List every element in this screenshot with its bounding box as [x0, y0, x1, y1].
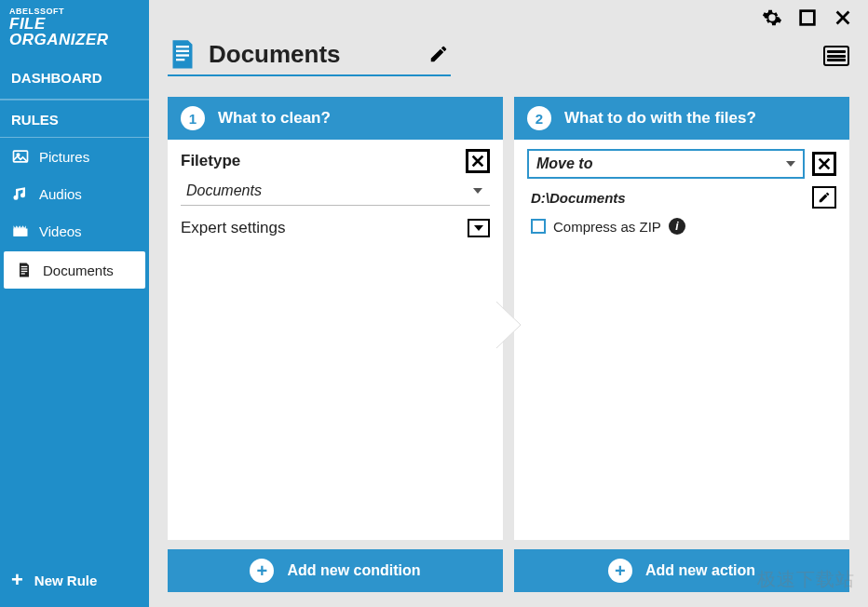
svg-rect-6: [21, 273, 25, 274]
chevron-down-icon: [473, 188, 482, 194]
menu-icon[interactable]: [823, 46, 849, 66]
sidebar-item-pictures[interactable]: Pictures: [0, 138, 149, 175]
step-number: 1: [181, 106, 205, 130]
svg-rect-10: [176, 54, 189, 56]
edit-path-button[interactable]: [812, 186, 836, 209]
bottom-buttons: + Add new condition + Add new action: [149, 540, 868, 607]
filetype-select[interactable]: Documents: [181, 179, 490, 206]
new-rule-button[interactable]: + New Rule: [0, 553, 149, 607]
filetype-value: Documents: [186, 182, 262, 199]
chevron-down-icon: [786, 161, 795, 167]
brand-name: FILE ORGANIZER: [9, 16, 140, 47]
compress-zip-checkbox[interactable]: [531, 219, 546, 234]
title-block: Documents: [168, 35, 451, 76]
sidebar-item-label: Videos: [39, 223, 82, 239]
panels: 1 What to clean? Filetype Documents: [149, 88, 868, 540]
add-condition-label: Add new condition: [287, 562, 420, 579]
sidebar-item-videos[interactable]: Videos: [0, 212, 149, 250]
svg-rect-9: [176, 50, 189, 52]
panel-conditions-head: 1 What to clean?: [168, 97, 503, 140]
maximize-icon[interactable]: [797, 7, 818, 28]
remove-condition-button[interactable]: [466, 149, 490, 173]
panel-heading: What to clean?: [218, 109, 331, 128]
document-icon: [15, 261, 34, 279]
new-rule-label: New Rule: [34, 573, 98, 588]
filetype-label: Filetype: [181, 152, 240, 170]
add-action-button[interactable]: + Add new action: [514, 549, 849, 592]
nav-dashboard[interactable]: DASHBOARD: [0, 57, 149, 100]
panel-heading: What to do with the files?: [564, 109, 756, 128]
panel-actions-head: 2 What to do with the files?: [514, 97, 849, 140]
video-icon: [11, 222, 30, 240]
svg-rect-3: [21, 266, 28, 267]
sidebar-item-audios[interactable]: Audios: [0, 175, 149, 212]
main: Documents 1 What to clean? Filetype: [149, 0, 868, 607]
sidebar: ABELSSOFT FILE ORGANIZER DASHBOARD RULES…: [0, 0, 149, 607]
svg-rect-5: [21, 271, 28, 272]
expert-settings-toggle[interactable]: Expert settings: [181, 219, 490, 237]
plus-circle-icon: +: [608, 559, 632, 583]
panel-conditions: 1 What to clean? Filetype Documents: [168, 97, 503, 540]
close-icon[interactable]: [833, 7, 853, 28]
sidebar-item-label: Pictures: [39, 149, 89, 165]
svg-rect-2: [14, 229, 28, 236]
destination-path: D:\Documents: [527, 190, 626, 206]
page-title: Documents: [209, 40, 341, 69]
svg-rect-11: [176, 59, 184, 61]
step-number: 2: [527, 106, 551, 130]
svg-rect-4: [21, 268, 28, 269]
remove-action-button[interactable]: [812, 152, 836, 176]
plus-icon: +: [11, 568, 23, 592]
nav-rules-header: RULES: [0, 100, 149, 138]
add-condition-button[interactable]: + Add new condition: [168, 549, 503, 592]
action-value: Move to: [536, 155, 592, 172]
rule-list: Pictures Audios Videos Documents: [0, 138, 149, 290]
sidebar-item-documents[interactable]: Documents: [4, 251, 145, 289]
sidebar-item-label: Documents: [43, 263, 114, 278]
add-action-label: Add new action: [645, 562, 755, 579]
brand: ABELSSOFT FILE ORGANIZER: [0, 0, 149, 57]
action-select[interactable]: Move to: [527, 149, 805, 179]
edit-title-icon[interactable]: [428, 44, 449, 64]
picture-icon: [11, 147, 30, 166]
plus-circle-icon: +: [250, 559, 274, 583]
compress-zip-label: Compress as ZIP: [553, 219, 661, 235]
topbar: [149, 0, 868, 28]
svg-rect-7: [801, 11, 815, 25]
info-icon[interactable]: i: [669, 218, 685, 235]
title-row: Documents: [149, 28, 868, 88]
chevron-down-icon: [468, 219, 490, 237]
panel-actions: 2 What to do with the files? Move to: [514, 97, 849, 540]
audio-icon: [11, 184, 30, 203]
document-icon: [170, 39, 196, 69]
svg-rect-8: [176, 46, 189, 47]
sidebar-item-label: Audios: [39, 186, 82, 202]
settings-icon[interactable]: [762, 7, 782, 28]
expert-settings-label: Expert settings: [181, 219, 285, 237]
